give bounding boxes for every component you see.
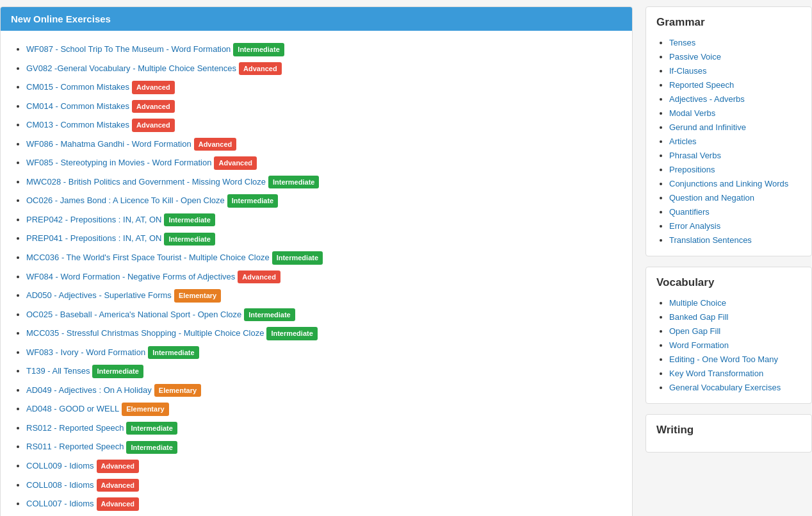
exercise-link[interactable]: OC026 - James Bond : A Licence To Kill -…	[26, 196, 225, 205]
exercise-link[interactable]: COLL007 - Idioms	[26, 499, 94, 508]
difficulty-badge: Intermediate	[164, 233, 215, 246]
difficulty-badge: Intermediate	[268, 176, 319, 189]
difficulty-badge: Intermediate	[272, 251, 323, 265]
exercise-link[interactable]: PREP042 - Prepositions : IN, AT, ON	[26, 215, 161, 224]
grammar-link[interactable]: Tenses	[669, 38, 695, 47]
grammar-link[interactable]: Quantifiers	[669, 207, 710, 217]
vocabulary-link[interactable]: Multiple Choice	[669, 298, 726, 308]
grammar-link[interactable]: Adjectives - Adverbs	[669, 94, 745, 104]
list-item: PREP042 - Prepositions : IN, AT, ONInter…	[26, 210, 626, 229]
list-item: T139 - All TensesIntermediate	[26, 362, 626, 381]
difficulty-badge: Intermediate	[227, 194, 278, 208]
exercise-link[interactable]: WF086 - Mahatma Gandhi - Word Formation	[26, 139, 191, 149]
sidebar: Grammar TensesPassive VoiceIf-ClausesRep…	[646, 6, 812, 516]
list-item: WF085 - Stereotyping in Movies - Word Fo…	[26, 153, 626, 172]
difficulty-badge: Intermediate	[164, 213, 215, 227]
list-item: MCC036 - The World's First Space Tourist…	[26, 248, 626, 267]
difficulty-badge: Intermediate	[148, 346, 199, 360]
exercise-link[interactable]: WF085 - Stereotyping in Movies - Word Fo…	[26, 158, 211, 167]
list-item: General Vocabulary Exercises	[669, 380, 801, 394]
grammar-link[interactable]: Translation Sentences	[669, 235, 752, 245]
vocabulary-link[interactable]: Word Formation	[669, 340, 729, 350]
writing-section: Writing	[646, 414, 812, 453]
list-item: WF083 - Ivory - Word FormationIntermedia…	[26, 343, 626, 362]
difficulty-badge: Intermediate	[244, 308, 295, 322]
exercises-header: New Online Exercises	[1, 7, 632, 31]
list-item: COLL008 - IdiomsAdvanced	[26, 476, 626, 495]
difficulty-badge: Advanced	[238, 270, 280, 284]
grammar-link[interactable]: Prepositions	[669, 165, 715, 174]
vocabulary-link[interactable]: Banked Gap Fill	[669, 312, 729, 322]
exercise-link[interactable]: AD049 - Adjectives : On A Holiday	[26, 385, 152, 395]
grammar-link[interactable]: Gerund and Infinitive	[669, 122, 746, 132]
grammar-link[interactable]: Modal Verbs	[669, 108, 715, 118]
list-item: AD048 - GOOD or WELLElementary	[26, 399, 626, 419]
writing-title: Writing	[656, 424, 801, 437]
difficulty-badge: Elementary	[122, 403, 168, 416]
vocabulary-link[interactable]: Open Gap Fill	[669, 326, 720, 336]
exercise-link[interactable]: WF084 - Word Formation - Negative Forms …	[26, 272, 235, 281]
difficulty-badge: Advanced	[97, 497, 140, 511]
vocabulary-link[interactable]: Key Word Transformation	[669, 369, 763, 378]
list-item: PREP041 - Prepositions : IN, AT, ONInter…	[26, 229, 626, 248]
exercise-link[interactable]: COLL009 - Idioms	[26, 461, 94, 470]
list-item: RS011 - Reported SpeechIntermediate	[26, 437, 626, 456]
exercise-link[interactable]: GV082 -General Vocabulary - Multiple Cho…	[26, 63, 236, 73]
exercise-link[interactable]: MCC036 - The World's First Space Tourist…	[26, 253, 270, 262]
list-item: Reported Speech	[669, 78, 801, 92]
list-item: Tenses	[669, 35, 801, 49]
list-item: Passive Voice	[669, 49, 801, 63]
list-item: COLL007 - IdiomsAdvanced	[26, 494, 626, 513]
list-item: WF087 - School Trip To The Museum - Word…	[26, 40, 626, 59]
grammar-link[interactable]: Articles	[669, 137, 697, 146]
grammar-link[interactable]: If-Clauses	[669, 66, 707, 76]
grammar-link[interactable]: Conjunctions and Linking Words	[669, 179, 788, 188]
vocabulary-title: Vocabulary	[656, 276, 801, 289]
exercise-link[interactable]: RS012 - Reported Speech	[26, 423, 124, 433]
main-content: New Online Exercises WF087 - School Trip…	[0, 6, 633, 516]
vocabulary-link[interactable]: Editing - One Word Too Many	[669, 354, 778, 364]
list-item: Articles	[669, 134, 801, 148]
exercise-link[interactable]: MWC028 - British Politics and Government…	[26, 177, 266, 187]
list-item: Modal Verbs	[669, 106, 801, 120]
difficulty-badge: Advanced	[97, 479, 140, 492]
grammar-link[interactable]: Reported Speech	[669, 80, 734, 90]
list-item: Conjunctions and Linking Words	[669, 176, 801, 190]
exercise-link[interactable]: WF083 - Ivory - Word Formation	[26, 347, 145, 357]
exercise-link[interactable]: COLL008 - Idioms	[26, 480, 94, 490]
exercise-link[interactable]: PREP041 - Prepositions : IN, AT, ON	[26, 233, 161, 243]
list-item: MWC028 - British Politics and Government…	[26, 172, 626, 192]
list-item: OC026 - James Bond : A Licence To Kill -…	[26, 191, 626, 210]
difficulty-badge: Intermediate	[126, 422, 177, 435]
list-item: Quantifiers	[669, 204, 801, 219]
list-item: Key Word Transformation	[669, 366, 801, 380]
list-item: Prepositions	[669, 162, 801, 176]
list-item: WF086 - Mahatma Gandhi - Word FormationA…	[26, 135, 626, 154]
grammar-link[interactable]: Error Analysis	[669, 221, 720, 231]
vocabulary-link[interactable]: General Vocabulary Exercises	[669, 383, 781, 392]
list-item: If-Clauses	[669, 63, 801, 78]
grammar-link[interactable]: Phrasal Verbs	[669, 151, 721, 160]
exercise-link[interactable]: WF087 - School Trip To The Museum - Word…	[26, 44, 231, 54]
exercise-link[interactable]: AD050 - Adjectives - Superlative Forms	[26, 290, 172, 300]
vocabulary-section: Vocabulary Multiple ChoiceBanked Gap Fil…	[646, 267, 812, 404]
grammar-link[interactable]: Question and Negation	[669, 193, 754, 203]
list-item: RS012 - Reported SpeechIntermediate	[26, 419, 626, 438]
exercise-link[interactable]: OC025 - Baseball - America's National Sp…	[26, 310, 241, 319]
list-item: Question and Negation	[669, 190, 801, 204]
list-item: COLL009 - IdiomsAdvanced	[26, 456, 626, 476]
grammar-link[interactable]: Passive Voice	[669, 52, 721, 62]
exercise-link[interactable]: T139 - All Tenses	[26, 366, 90, 376]
list-item: Phrasal Verbs	[669, 148, 801, 162]
exercise-link[interactable]: AD048 - GOOD or WELL	[26, 404, 119, 413]
exercise-link[interactable]: CM014 - Common Mistakes	[26, 101, 129, 111]
list-item: OC025 - Baseball - America's National Sp…	[26, 305, 626, 324]
difficulty-badge: Advanced	[239, 62, 282, 76]
exercise-link[interactable]: CM015 - Common Mistakes	[26, 82, 129, 92]
exercise-link[interactable]: RS011 - Reported Speech	[26, 442, 124, 451]
difficulty-badge: Elementary	[154, 384, 201, 397]
list-item: AD049 - Adjectives : On A HolidayElement…	[26, 381, 626, 400]
exercise-link[interactable]: CM013 - Common Mistakes	[26, 120, 129, 129]
exercise-link[interactable]: MCC035 - Stressful Christmas Shopping - …	[26, 328, 264, 338]
difficulty-badge: Intermediate	[233, 43, 284, 56]
